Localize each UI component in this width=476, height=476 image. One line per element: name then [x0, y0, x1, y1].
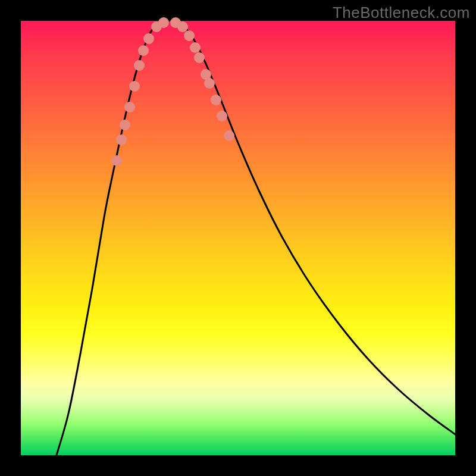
marker-dot: [143, 33, 154, 44]
marker-dot: [134, 60, 145, 71]
plot-area: [21, 21, 455, 455]
chart-frame: TheBottleneck.com: [0, 0, 476, 476]
marker-dot: [184, 30, 195, 41]
watermark-label: TheBottleneck.com: [333, 4, 470, 22]
marker-dot: [194, 52, 205, 63]
marker-dot: [111, 155, 122, 166]
marker-dot: [177, 21, 188, 32]
marker-dot: [204, 78, 215, 89]
marker-dot: [158, 17, 169, 28]
bottleneck-curve: [57, 21, 455, 455]
chart-svg: [21, 21, 455, 455]
marker-dot: [124, 102, 135, 112]
marker-group: [111, 17, 234, 166]
marker-dot: [138, 45, 149, 56]
marker-dot: [120, 120, 130, 130]
marker-dot: [116, 134, 127, 145]
marker-dot: [224, 130, 234, 141]
marker-dot: [211, 95, 221, 105]
marker-dot: [217, 111, 227, 121]
marker-dot: [190, 42, 201, 53]
marker-dot: [129, 81, 140, 92]
